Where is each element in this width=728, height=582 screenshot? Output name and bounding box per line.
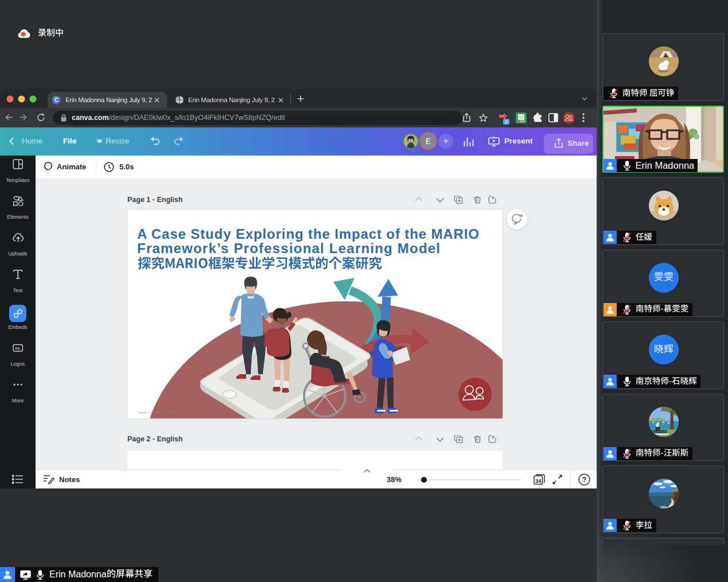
svg-text:co.: co. <box>15 346 21 350</box>
svg-text:Framework’s Professional Learn: Framework’s Professional Learning Model <box>137 240 440 256</box>
svg-text:34: 34 <box>535 478 542 484</box>
svg-text:C: C <box>54 97 59 103</box>
svg-text:2: 2 <box>505 119 508 125</box>
svg-text:A Case Study Exploring the Imp: A Case Study Exploring the Impact of the… <box>137 226 479 242</box>
svg-text:?: ? <box>582 476 586 484</box>
svg-text:Copyright © 2021 MARIO Framewo: Copyright © 2021 MARIO Framework <box>138 411 176 414</box>
